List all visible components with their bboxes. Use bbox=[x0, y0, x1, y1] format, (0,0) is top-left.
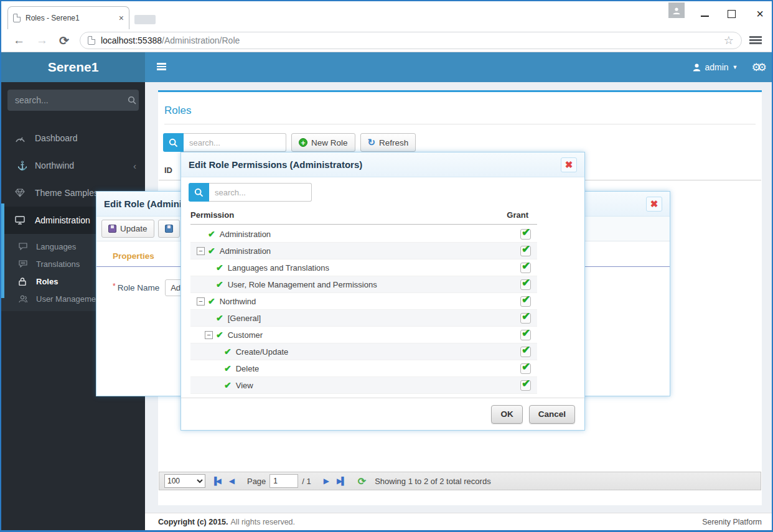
roles-toolbar: + New Role ↻ Refresh bbox=[163, 133, 762, 152]
check-icon: ✔ bbox=[216, 330, 223, 340]
sidebar-toggle-icon[interactable] bbox=[157, 63, 166, 70]
permission-row[interactable]: − ✔ View bbox=[190, 377, 537, 394]
new-role-button[interactable]: + New Role bbox=[291, 133, 355, 152]
grant-checkbox[interactable] bbox=[520, 263, 531, 273]
window-close-button[interactable]: × bbox=[754, 8, 766, 19]
settings-gears-icon[interactable]: ⚙⚙ bbox=[752, 61, 763, 74]
last-page-icon[interactable]: ▶▌ bbox=[337, 477, 345, 485]
footer: Copyright (c) 2015.All rights reserved. … bbox=[145, 513, 773, 530]
next-page-icon[interactable]: ▶ bbox=[324, 477, 328, 485]
user-name: admin bbox=[705, 62, 728, 72]
apply-changes-button[interactable] bbox=[158, 220, 180, 238]
reload-icon[interactable]: ⟳ bbox=[59, 34, 69, 48]
monitor-icon bbox=[15, 216, 30, 225]
grant-checkbox[interactable] bbox=[520, 229, 531, 240]
browser-tab[interactable]: Roles - Serene1 × bbox=[7, 6, 129, 29]
browser-titlebar: Roles - Serene1 × × bbox=[1, 1, 772, 29]
permissions-search-button[interactable] bbox=[189, 183, 209, 202]
user-menu[interactable]: admin ▼ bbox=[693, 62, 738, 72]
grant-column-header[interactable]: Grant bbox=[507, 210, 528, 220]
grant-checkbox[interactable] bbox=[520, 330, 531, 340]
sidebar-item-label: Roles bbox=[36, 277, 58, 286]
sidebar-search[interactable] bbox=[7, 90, 139, 111]
check-icon: ✔ bbox=[216, 313, 223, 323]
permissions-dialog-footer: OK Cancel bbox=[181, 398, 584, 430]
first-page-icon[interactable]: ▐◀ bbox=[212, 477, 220, 485]
grant-checkbox[interactable] bbox=[520, 313, 531, 324]
gem-icon bbox=[15, 189, 30, 197]
chevron-left-icon: ‹ bbox=[133, 161, 136, 171]
url-field[interactable]: localhost:55388/Administration/Role ☆ bbox=[80, 32, 742, 49]
refresh-button[interactable]: ↻ Refresh bbox=[360, 133, 416, 152]
sidebar-item-label: Administration bbox=[35, 215, 90, 225]
sidebar-item-label: User Management bbox=[36, 294, 103, 304]
check-icon: ✔ bbox=[224, 380, 232, 390]
permission-row[interactable]: − ✔ Languages and Translations bbox=[190, 259, 537, 276]
back-icon[interactable]: ← bbox=[13, 34, 25, 47]
grant-checkbox[interactable] bbox=[520, 279, 531, 290]
platform-text: Serenity Platform bbox=[702, 518, 762, 526]
permissions-close-icon[interactable]: ✖ bbox=[561, 157, 577, 172]
save-icon bbox=[108, 225, 116, 233]
new-tab-button[interactable] bbox=[134, 15, 156, 24]
lock-icon bbox=[19, 278, 31, 286]
tab-close-icon[interactable]: × bbox=[119, 13, 124, 23]
tree-collapse-icon[interactable]: − bbox=[197, 297, 205, 306]
window-maximize-button[interactable] bbox=[728, 10, 736, 18]
browser-menu-icon[interactable] bbox=[749, 36, 762, 45]
tab-title: Roles - Serene1 bbox=[26, 14, 115, 22]
tab-properties[interactable]: Properties bbox=[113, 251, 154, 266]
update-button[interactable]: Update bbox=[101, 220, 154, 238]
permission-row[interactable]: − ✔ Northwind bbox=[190, 293, 537, 310]
permission-label: Administration bbox=[220, 230, 271, 239]
grant-checkbox[interactable] bbox=[520, 246, 531, 256]
check-icon: ✔ bbox=[224, 363, 232, 373]
permission-row[interactable]: − ✔ Administration bbox=[190, 243, 537, 259]
browser-profile-icon[interactable] bbox=[668, 2, 685, 18]
permission-row[interactable]: − ✔ User, Role Management and Permission… bbox=[190, 276, 537, 293]
sidebar-item-northwind[interactable]: ⚓ Northwind ‹ bbox=[1, 152, 145, 179]
sidebar-search-input[interactable] bbox=[15, 95, 128, 105]
permissions-search-input[interactable] bbox=[209, 183, 312, 202]
copyright-text: Copyright (c) 2015. bbox=[158, 518, 228, 526]
refresh-icon: ↻ bbox=[368, 137, 376, 148]
permissions-dialog: Edit Role Permissions (Administrators) ✖… bbox=[180, 152, 585, 431]
roles-search-input[interactable] bbox=[184, 133, 286, 152]
page-label: Page bbox=[247, 477, 266, 486]
url-text: localhost:55388/Administration/Role bbox=[101, 35, 240, 45]
page-number-input[interactable] bbox=[269, 474, 298, 488]
page-size-select[interactable]: 100 bbox=[164, 474, 205, 488]
grant-checkbox[interactable] bbox=[520, 296, 531, 307]
permission-row[interactable]: − ✔ [General] bbox=[190, 310, 537, 327]
cancel-button[interactable]: Cancel bbox=[529, 405, 575, 424]
url-page-icon bbox=[88, 36, 95, 45]
chat-bubble-icon bbox=[19, 243, 31, 250]
brand-logo[interactable]: Serene1 bbox=[1, 52, 145, 82]
permission-row[interactable]: − ✔ Customer bbox=[190, 327, 537, 343]
permissions-grid: − ✔ Administration − ✔ Administration − … bbox=[190, 226, 537, 394]
prev-page-icon[interactable]: ◀ bbox=[229, 477, 233, 485]
sidebar-item-label: Translations bbox=[36, 259, 80, 269]
grant-checkbox[interactable] bbox=[520, 347, 531, 357]
permission-row[interactable]: − ✔ Delete bbox=[190, 360, 537, 377]
grant-checkbox[interactable] bbox=[520, 380, 531, 391]
ok-button[interactable]: OK bbox=[491, 405, 522, 424]
permission-label: Administration bbox=[220, 246, 271, 256]
browser-window: Roles - Serene1 × × ← → ⟳ localhost:5538… bbox=[0, 0, 773, 532]
permission-column-header[interactable]: Permission bbox=[190, 210, 234, 220]
search-button[interactable] bbox=[163, 133, 184, 152]
permission-row[interactable]: − ✔ Create/Update bbox=[190, 343, 537, 360]
permission-row[interactable]: − ✔ Administration bbox=[190, 226, 537, 243]
permissions-dialog-titlebar[interactable]: Edit Role Permissions (Administrators) ✖ bbox=[181, 152, 584, 177]
sidebar-item-dashboard[interactable]: Dashboard bbox=[1, 124, 145, 152]
grid-refresh-icon[interactable]: ⟳ bbox=[358, 475, 366, 487]
edit-role-close-icon[interactable]: ✖ bbox=[646, 197, 662, 212]
check-icon: ✔ bbox=[216, 263, 223, 273]
tree-collapse-icon[interactable]: − bbox=[205, 331, 213, 339]
forward-icon[interactable]: → bbox=[36, 34, 48, 47]
window-minimize-button[interactable] bbox=[701, 11, 709, 17]
permission-label: Customer bbox=[228, 330, 263, 340]
tree-collapse-icon[interactable]: − bbox=[197, 247, 205, 255]
grant-checkbox[interactable] bbox=[520, 363, 531, 374]
bookmark-star-icon[interactable]: ☆ bbox=[724, 34, 734, 47]
